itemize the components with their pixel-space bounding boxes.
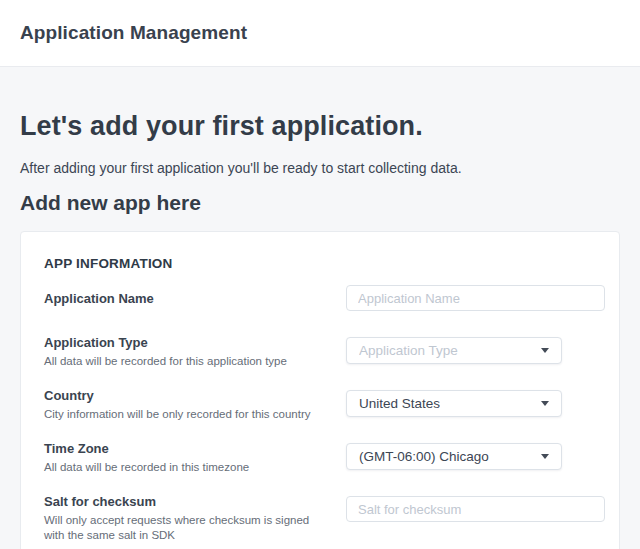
card-section-label: APP INFORMATION <box>44 256 605 271</box>
field-control-col: Application Type <box>346 335 605 369</box>
app-information-card: APP INFORMATION Application Name Applica… <box>20 231 620 549</box>
content-area: Let's add your first application. After … <box>0 109 640 549</box>
time-zone-help: All data will be recorded in this timezo… <box>44 460 326 475</box>
field-label-col: Country City information will be only re… <box>44 388 346 422</box>
application-type-label: Application Type <box>44 335 326 350</box>
application-type-select[interactable]: Application Type <box>346 337 562 364</box>
time-zone-select[interactable]: (GMT-06:00) Chicago <box>346 443 562 470</box>
form-row-country: Country City information will be only re… <box>44 388 605 422</box>
time-zone-select-value: (GMT-06:00) Chicago <box>359 449 489 464</box>
time-zone-label: Time Zone <box>44 441 326 456</box>
field-label-col: Salt for checksum Will only accept reque… <box>44 494 346 543</box>
hero-subtitle: After adding your first application you'… <box>20 158 620 178</box>
country-select[interactable]: United States <box>346 390 562 417</box>
application-name-label: Application Name <box>44 291 326 306</box>
form-row-application-name: Application Name <box>44 285 605 311</box>
country-help: City information will be only recorded f… <box>44 407 326 422</box>
field-label-col: Application Name <box>44 291 346 306</box>
chevron-down-icon <box>541 401 549 406</box>
application-name-input[interactable] <box>346 285 605 311</box>
field-control-col <box>346 285 605 311</box>
salt-label: Salt for checksum <box>44 494 326 509</box>
application-type-help: All data will be recorded for this appli… <box>44 354 326 369</box>
page-header: Application Management <box>0 0 640 67</box>
add-new-app-heading: Add new app here <box>20 190 620 216</box>
field-control-col: (GMT-06:00) Chicago <box>346 441 605 475</box>
application-type-select-value: Application Type <box>359 343 458 358</box>
salt-for-checksum-input[interactable] <box>346 496 605 522</box>
page-title: Application Management <box>20 22 247 44</box>
form-row-salt-for-checksum: Salt for checksum Will only accept reque… <box>44 494 605 543</box>
form-row-time-zone: Time Zone All data will be recorded in t… <box>44 441 605 475</box>
hero-title: Let's add your first application. <box>20 109 620 143</box>
form-row-application-type: Application Type All data will be record… <box>44 335 605 369</box>
field-control-col <box>346 494 605 543</box>
chevron-down-icon <box>541 454 549 459</box>
country-label: Country <box>44 388 326 403</box>
field-control-col: United States <box>346 388 605 422</box>
country-select-value: United States <box>359 396 440 411</box>
field-label-col: Time Zone All data will be recorded in t… <box>44 441 346 475</box>
salt-help: Will only accept requests where checksum… <box>44 513 326 543</box>
chevron-down-icon <box>541 348 549 353</box>
field-label-col: Application Type All data will be record… <box>44 335 346 369</box>
